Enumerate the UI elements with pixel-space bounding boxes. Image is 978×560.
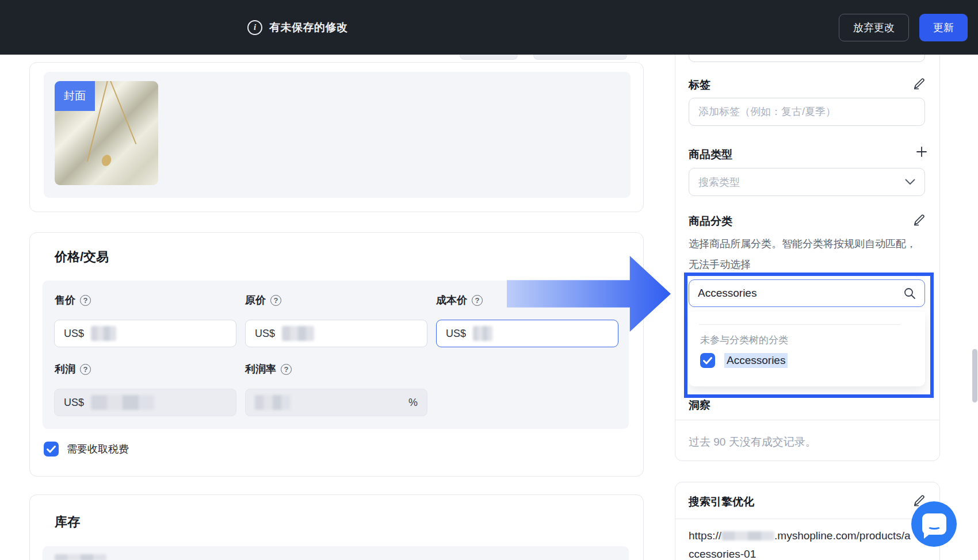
product-type-select-placeholder: 搜索类型 bbox=[698, 175, 740, 189]
profit-margin-input: % bbox=[245, 389, 427, 416]
original-price-input[interactable]: US$ bbox=[245, 320, 427, 347]
help-icon[interactable]: ? bbox=[472, 295, 483, 306]
product-type-label: 商品类型 bbox=[689, 147, 732, 162]
tags-label: 标签 bbox=[689, 78, 710, 93]
category-group-label: 未参与分类树的分类 bbox=[700, 333, 788, 347]
unsaved-changes-message: i 有未保存的修改 bbox=[247, 0, 348, 55]
inventory-panel bbox=[43, 546, 629, 560]
redacted-value bbox=[282, 326, 314, 341]
discard-changes-button[interactable]: 放弃更改 bbox=[839, 14, 909, 41]
edit-pencil-icon[interactable] bbox=[912, 76, 926, 90]
scrollbar-thumb[interactable] bbox=[972, 349, 977, 402]
help-icon[interactable]: ? bbox=[80, 295, 91, 306]
redacted-value bbox=[91, 326, 116, 341]
redacted-value bbox=[91, 395, 154, 410]
redacted-value bbox=[55, 554, 106, 560]
necklace-chain bbox=[110, 81, 137, 144]
add-product-type-icon[interactable] bbox=[915, 145, 929, 159]
help-icon[interactable]: ? bbox=[80, 364, 91, 375]
category-dropdown: 未参与分类树的分类 Accessories bbox=[689, 312, 925, 386]
insights-title: 洞察 bbox=[689, 398, 710, 413]
seo-url[interactable]: https://.myshopline.com/products/accesso… bbox=[689, 527, 930, 560]
redacted-value bbox=[473, 326, 492, 341]
necklace-pendant bbox=[100, 154, 113, 167]
insights-empty-text: 过去 90 天没有成交记录。 bbox=[689, 435, 816, 450]
category-description: 选择商品所属分类。智能分类将按规则自动匹配，无法手动选择 bbox=[689, 233, 919, 275]
help-icon[interactable]: ? bbox=[281, 364, 292, 375]
selling-price-input[interactable]: US$ bbox=[54, 320, 236, 347]
tags-input[interactable] bbox=[689, 98, 925, 126]
divider bbox=[675, 420, 940, 420]
category-checkbox[interactable] bbox=[700, 353, 715, 368]
category-option-label: Accessories bbox=[724, 353, 788, 368]
cover-badge: 封面 bbox=[55, 81, 95, 111]
edit-pencil-icon[interactable] bbox=[912, 213, 926, 227]
profit-label: 利润 ? bbox=[55, 362, 91, 376]
redacted-value bbox=[255, 395, 291, 410]
search-icon bbox=[903, 287, 916, 300]
category-option[interactable]: Accessories bbox=[700, 353, 788, 368]
scrolled-button-remnant bbox=[460, 55, 518, 60]
info-icon: i bbox=[247, 20, 262, 35]
category-search-input[interactable]: Accessories bbox=[689, 279, 925, 307]
profit-input: US$ bbox=[54, 389, 236, 416]
divider bbox=[675, 519, 940, 519]
seo-title: 搜索引擎优化 bbox=[689, 494, 754, 509]
chat-fab-button[interactable] bbox=[911, 501, 957, 547]
product-type-select[interactable]: 搜索类型 bbox=[689, 168, 925, 196]
redacted-value bbox=[721, 531, 774, 540]
cost-price-input[interactable]: US$ bbox=[436, 320, 618, 347]
check-icon bbox=[47, 446, 56, 453]
help-icon[interactable]: ? bbox=[270, 295, 281, 306]
tax-checkbox[interactable] bbox=[44, 442, 59, 457]
scrolled-button-remnant bbox=[533, 55, 627, 60]
selling-price-label: 售价 ? bbox=[55, 293, 91, 307]
update-button[interactable]: 更新 bbox=[919, 14, 968, 41]
tax-checkbox-row[interactable]: 需要收取税费 bbox=[44, 442, 129, 457]
category-label: 商品分类 bbox=[689, 214, 732, 229]
chevron-down-icon bbox=[905, 179, 915, 185]
chat-bubble-icon bbox=[922, 513, 946, 535]
original-price-label: 原价 ? bbox=[245, 293, 281, 307]
inventory-section-title: 库存 bbox=[55, 513, 80, 531]
profit-margin-label: 利润率 ? bbox=[245, 362, 292, 376]
check-icon bbox=[703, 357, 712, 365]
cost-price-label: 成本价 ? bbox=[436, 293, 483, 307]
unsaved-changes-bar: i 有未保存的修改 放弃更改 更新 bbox=[0, 0, 978, 55]
tax-checkbox-label: 需要收取税费 bbox=[67, 442, 129, 456]
category-search-value: Accessories bbox=[698, 287, 757, 300]
divider bbox=[699, 324, 900, 325]
pricing-section-title: 价格/交易 bbox=[55, 248, 109, 266]
